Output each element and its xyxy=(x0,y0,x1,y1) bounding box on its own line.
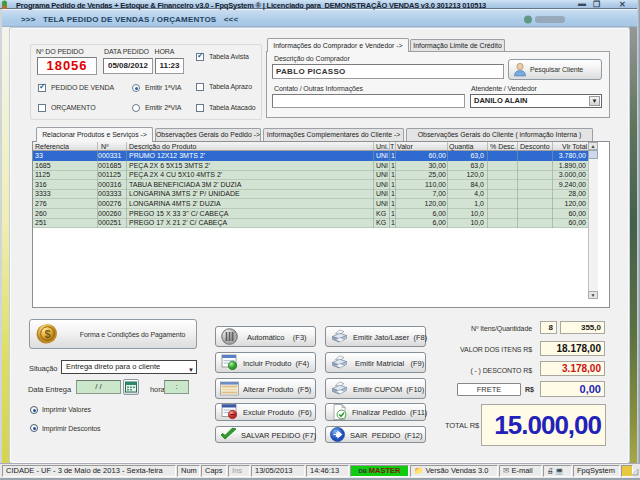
svg-text:$: $ xyxy=(44,328,50,340)
